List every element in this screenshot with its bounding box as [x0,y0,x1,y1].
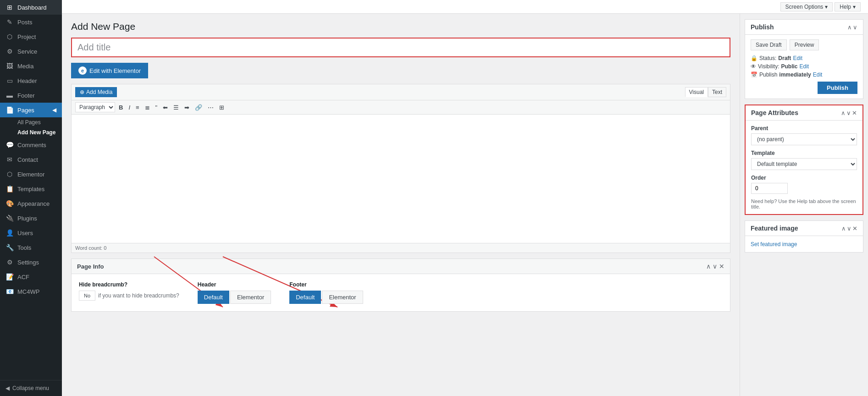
sidebar-item-footer[interactable]: ▬ Footer [0,88,62,103]
sidebar-item-plugins[interactable]: 🔌 Plugins [0,211,62,226]
edit-elementor-button[interactable]: e Edit with Elementor [71,63,148,78]
sidebar-item-elementor[interactable]: ⬡ Elementor [0,167,62,182]
appearance-icon: 🎨 [6,200,14,207]
template-field: Template Default template [751,150,857,170]
content-area: Add New Page e Edit with Elementor ⊕ Add… [62,14,868,396]
align-right-button[interactable]: ➡ [182,103,191,112]
screen-options-button[interactable]: Screen Options ▾ [780,2,833,11]
more-button[interactable]: ⋯ [206,103,216,112]
ordered-list-button[interactable]: ≣ [143,103,152,112]
page-attributes-metabox: Page Attributes ∧ ∨ ✕ Parent (no parent) [745,104,863,215]
page-attributes-collapse-up-button[interactable]: ∧ [841,110,846,116]
sidebar-item-tools[interactable]: 🔧 Tools [0,240,62,255]
elementor-icon: ⬡ [6,170,14,178]
sidebar-sub-add-new-page[interactable]: Add New Page [0,127,62,138]
dashboard-icon: ⊞ [6,4,14,11]
featured-image-close-button[interactable]: ✕ [852,225,857,232]
visibility-edit-link[interactable]: Edit [799,63,809,70]
help-button[interactable]: Help ▾ [835,2,861,11]
set-featured-image-link[interactable]: Set featured image [751,241,797,248]
section-collapse-down-button[interactable]: ∨ [713,263,717,270]
sidebar-item-mc4wp[interactable]: 📧 MC4WP [0,284,62,299]
collapse-icon: ◀ [6,385,10,391]
sidebar-item-pages[interactable]: 📄 Pages ◀ [0,103,62,117]
preview-button[interactable]: Preview [790,39,819,50]
sidebar-item-appearance[interactable]: 🎨 Appearance [0,196,62,211]
footer-default-button[interactable]: Default [289,291,321,304]
header-btn-group: Default Elementor [198,291,271,304]
sidebar-item-dashboard[interactable]: ⊞ Dashboard [0,0,62,15]
tools-icon: 🔧 [6,244,14,251]
text-tab[interactable]: Text [708,87,726,97]
posts-icon: ✎ [6,18,14,26]
page-info-header: Page Info ∧ ∨ ✕ [72,259,730,274]
sidebar-item-service[interactable]: ⚙ Service [0,44,62,59]
main-area: Screen Options ▾ Help ▾ Add New Page e E… [62,0,868,396]
sidebar-item-users[interactable]: 👤 Users [0,226,62,240]
sidebar-item-header[interactable]: ▭ Header [0,73,62,88]
visual-tab[interactable]: Visual [685,87,708,97]
publish-metabox-header: Publish ∧ ∨ [745,20,863,35]
sidebar-sub-all-pages[interactable]: All Pages [0,117,62,127]
publish-collapse-up-button[interactable]: ∧ [847,24,852,31]
toggle-wrapper: No if you want to hide breadcrumbs? [79,291,179,301]
page-info-content: Hide breadcrumb? No if you want to hide … [72,274,730,311]
align-center-button[interactable]: ☰ [171,103,181,112]
page-title-input[interactable] [71,38,730,57]
sidebar-item-settings[interactable]: ⚙ Settings [0,255,62,270]
footer-elementor-button[interactable]: Elementor [322,291,363,304]
page-attributes-close-button[interactable]: ✕ [852,110,857,116]
bold-button[interactable]: B [117,103,125,112]
publish-header-btns: ∧ ∨ [847,24,857,31]
link-button[interactable]: 🔗 [193,103,204,112]
breadcrumb-group: Hide breadcrumb? No if you want to hide … [79,281,179,301]
page-attributes-collapse-down-button[interactable]: ∨ [846,110,851,116]
featured-image-collapse-down-button[interactable]: ∨ [847,225,851,232]
breadcrumb-toggle[interactable]: No [79,291,95,301]
featured-image-header-btns: ∧ ∨ ✕ [841,225,857,232]
footer-label: Footer [289,281,363,288]
page-attributes-content: Parent (no parent) Template Default temp… [746,121,862,214]
table-button[interactable]: ⊞ [217,103,226,112]
add-media-button[interactable]: ⊕ Add Media [75,87,117,97]
project-icon: ⬡ [6,33,14,40]
parent-select[interactable]: (no parent) [751,133,857,145]
parent-field: Parent (no parent) [751,125,857,145]
collapse-menu[interactable]: ◀ Collapse menu [0,380,62,396]
paragraph-select[interactable]: Paragraph [75,102,115,112]
sidebar-item-contact[interactable]: ✉ Contact [0,152,62,167]
section-collapse-up-button[interactable]: ∧ [706,263,711,270]
status-edit-link[interactable]: Edit [793,55,802,61]
sidebar-item-templates[interactable]: 📋 Templates [0,182,62,196]
status-row: 🔒 Status: Draft Edit [751,55,857,61]
pages-icon: 📄 [6,106,14,114]
header-default-button[interactable]: Default [198,291,229,304]
add-media-icon: ⊕ [80,89,84,95]
publish-actions: Save Draft Preview [751,39,857,50]
template-select[interactable]: Default template [751,158,857,170]
featured-image-collapse-up-button[interactable]: ∧ [841,225,846,232]
sidebar-item-comments[interactable]: 💬 Comments [0,138,62,152]
elementor-logo-icon: e [78,66,87,75]
editor-content-area[interactable] [72,115,730,243]
save-draft-button[interactable]: Save Draft [751,39,787,50]
blockquote-button[interactable]: " [154,103,160,112]
publish-button[interactable]: Publish [818,82,857,94]
header-elementor-button[interactable]: Elementor [230,291,271,304]
publish-collapse-down-button[interactable]: ∨ [853,24,857,31]
order-input[interactable] [751,183,788,194]
sidebar-item-media[interactable]: 🖼 Media [0,59,62,73]
comments-icon: 💬 [6,141,14,148]
section-close-button[interactable]: ✕ [719,263,724,270]
visibility-row: 👁 Visibility: Public Edit [751,63,857,70]
unordered-list-button[interactable]: ≡ [134,103,141,112]
sidebar-item-posts[interactable]: ✎ Posts [0,15,62,29]
footer-group: Footer Default Elementor [289,281,363,304]
sidebar-item-project[interactable]: ⬡ Project [0,29,62,44]
sidebar-item-acf[interactable]: 📝 ACF [0,270,62,284]
publish-time-edit-link[interactable]: Edit [813,72,823,78]
plugins-icon: 🔌 [6,214,14,222]
italic-button[interactable]: I [127,103,132,112]
header-group: Header Default Elementor [198,281,271,304]
align-left-button[interactable]: ⬅ [161,103,170,112]
